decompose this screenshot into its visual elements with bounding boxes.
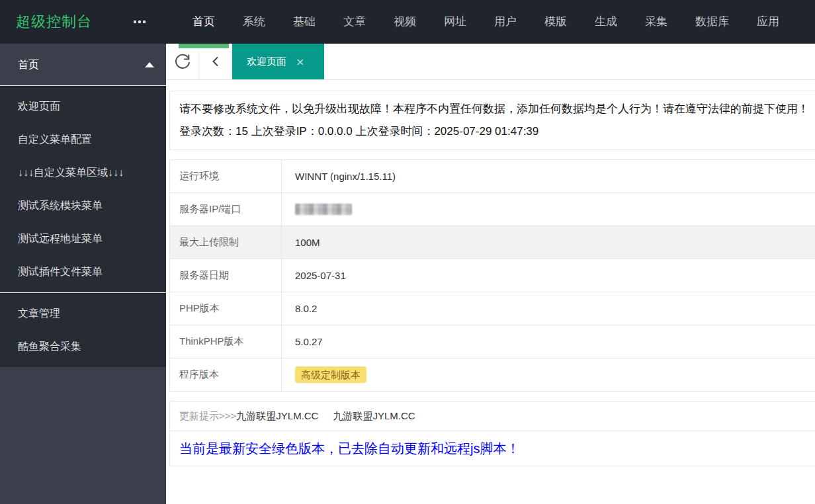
sidebar-item[interactable]: ↓↓↓自定义菜单区域↓↓↓	[0, 156, 166, 189]
sidebar-group-label: 首页	[18, 59, 39, 70]
table-row: ThinkPHP版本5.0.27	[170, 325, 815, 358]
row-value: 8.0.2	[282, 292, 317, 325]
update-hint-prefix: 更新提示>>>	[179, 410, 236, 423]
row-value: 2025-07-31	[282, 259, 346, 292]
row-label: 运行环境	[170, 160, 282, 192]
sidebar-item[interactable]: 测试插件文件菜单	[0, 255, 166, 288]
table-row: 服务器IP/端口	[170, 193, 815, 226]
row-label: PHP版本	[170, 292, 282, 325]
notice-line-2: 登录次数：15 上次登录IP：0.0.0.0 上次登录时间：2025-07-29…	[179, 120, 815, 143]
row-value: WINNT (nginx/1.15.11)	[282, 160, 396, 192]
scroll-tabs-left-button[interactable]	[199, 44, 232, 79]
row-value: 5.0.27	[282, 325, 323, 358]
tab-welcome-page[interactable]: 欢迎页面 ×	[232, 44, 324, 79]
more-menu-icon[interactable]	[134, 0, 146, 44]
refresh-button[interactable]	[166, 44, 199, 79]
update-link-2[interactable]: 九游联盟JYLM.CC	[333, 410, 415, 423]
main-content: 请不要修改系统文件，以免升级出现故障！本程序不内置任何数据，添加任何数据均是个人…	[166, 80, 815, 504]
sidebar-item[interactable]: 文章管理	[0, 297, 166, 330]
sidebar: 首页 欢迎页面自定义菜单配置↓↓↓自定义菜单区域↓↓↓测试系统模块菜单测试远程地…	[0, 44, 166, 504]
topnav-item-link[interactable]: 基础	[279, 0, 329, 44]
topnav-item-link[interactable]: 网址	[430, 0, 480, 44]
sidebar-item[interactable]: 测试远程地址菜单	[0, 222, 166, 255]
redacted-value	[295, 204, 352, 215]
version-badge: 高级定制版本	[295, 366, 366, 383]
row-value: 高级定制版本	[282, 358, 366, 391]
topnav-item-link[interactable]: 应用	[743, 0, 793, 44]
sidebar-item[interactable]: 自定义菜单配置	[0, 123, 166, 156]
sidebar-submenu-extra: 文章管理酷鱼聚合采集	[0, 293, 166, 367]
topnav-item-link[interactable]: 生成	[581, 0, 631, 44]
row-label: ThinkPHP版本	[170, 325, 282, 358]
update-link-1[interactable]: 九游联盟JYLM.CC	[236, 410, 318, 423]
update-section: 更新提示>>> 九游联盟JYLM.CC 九游联盟JYLM.CC 当前是最新安全绿…	[169, 401, 815, 466]
version-message: 当前是最新安全绿色版本，已去除自动更新和远程js脚本！	[179, 440, 519, 458]
topnav-item-active[interactable]: 首页	[179, 0, 229, 44]
row-value	[282, 193, 352, 226]
tabbar: 欢迎页面 ×	[166, 44, 815, 80]
topnav-item-link[interactable]: 视频	[380, 0, 430, 44]
table-row: 运行环境WINNT (nginx/1.15.11)	[170, 160, 815, 193]
sidebar-item[interactable]: 酷鱼聚合采集	[0, 330, 166, 363]
topnav-item-link[interactable]: 用户	[480, 0, 531, 44]
refresh-icon	[174, 53, 191, 70]
top-navigation: 首页系统基础文章视频网址用户模版生成采集数据库应用	[179, 0, 793, 44]
sidebar-group-home[interactable]: 首页	[0, 44, 166, 85]
chevron-left-icon	[208, 54, 223, 69]
topnav-item-link[interactable]: 数据库	[681, 0, 743, 44]
app-logo: 超级控制台	[16, 0, 92, 44]
topnav-item-link[interactable]: 模版	[531, 0, 581, 44]
row-label: 最大上传限制	[170, 226, 282, 259]
sidebar-item[interactable]: 欢迎页面	[0, 90, 166, 123]
notice-line-1: 请不要修改系统文件，以免升级出现故障！本程序不内置任何数据，添加任何数据均是个人…	[179, 98, 815, 120]
tab-close-icon[interactable]: ×	[296, 56, 304, 68]
sidebar-submenu: 欢迎页面自定义菜单配置↓↓↓自定义菜单区域↓↓↓测试系统模块菜单测试远程地址菜单…	[0, 86, 166, 292]
admin-console-page: 超级控制台 首页系统基础文章视频网址用户模版生成采集数据库应用 首页 欢迎页面自…	[0, 0, 815, 504]
topnav-item-link[interactable]: 采集	[631, 0, 681, 44]
version-message-row: 当前是最新安全绿色版本，已去除自动更新和远程js脚本！	[170, 431, 815, 466]
table-row: 最大上传限制100M	[170, 226, 815, 259]
table-row: PHP版本8.0.2	[170, 292, 815, 325]
topbar: 超级控制台 首页系统基础文章视频网址用户模版生成采集数据库应用	[0, 0, 815, 44]
row-label: 程序版本	[170, 358, 282, 391]
row-label: 服务器日期	[170, 259, 282, 292]
table-row: 服务器日期2025-07-31	[170, 259, 815, 292]
row-value: 100M	[282, 226, 320, 259]
tab-label: 欢迎页面	[247, 56, 286, 68]
topnav-item-link[interactable]: 文章	[329, 0, 380, 44]
row-label: 服务器IP/端口	[170, 193, 282, 226]
system-info-table: 运行环境WINNT (nginx/1.15.11)服务器IP/端口最大上传限制1…	[169, 159, 815, 392]
sidebar-item[interactable]: 测试系统模块菜单	[0, 189, 166, 222]
collapse-arrow-icon	[145, 62, 154, 67]
table-row: 程序版本高级定制版本	[170, 358, 815, 392]
topnav-item-link[interactable]: 系统	[229, 0, 279, 44]
notice-card: 请不要修改系统文件，以免升级出现故障！本程序不内置任何数据，添加任何数据均是个人…	[169, 91, 815, 150]
update-hint-row: 更新提示>>> 九游联盟JYLM.CC 九游联盟JYLM.CC	[170, 401, 815, 431]
